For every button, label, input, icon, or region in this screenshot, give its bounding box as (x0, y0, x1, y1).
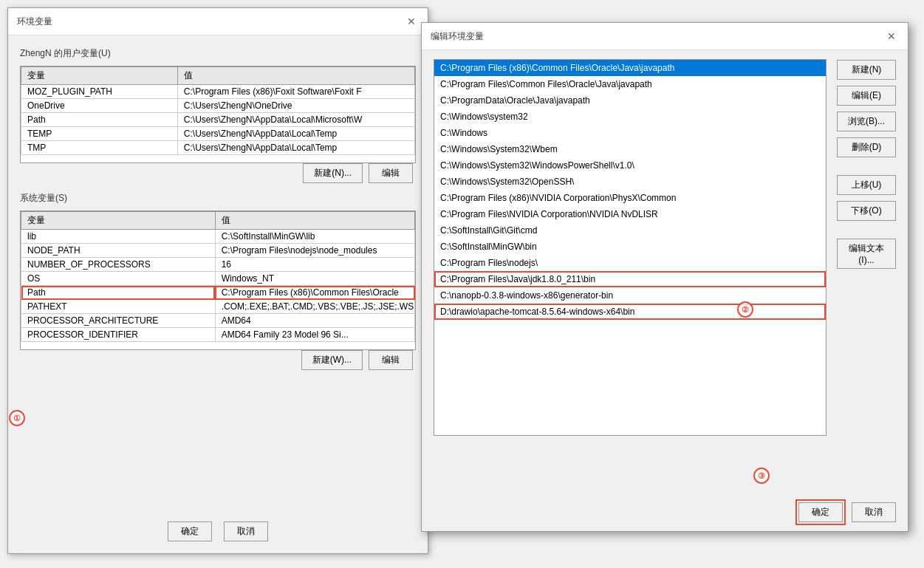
user-variables-section: ZhengN 的用户变量(U) 变量 值 MOZ_PLUGIN_PATHC:\P… (20, 47, 416, 183)
path-list-item[interactable]: C:\nanopb-0.3.8-windows-x86\generator-bi… (434, 287, 826, 304)
fg-bottom-buttons: 确定 取消 (787, 493, 908, 531)
fg-cancel-button[interactable]: 取消 (852, 502, 896, 522)
fg-dialog-title: 编辑环境变量 (431, 30, 484, 43)
bg-dialog-body: ZhengN 的用户变量(U) 变量 值 MOZ_PLUGIN_PATHC:\P… (8, 35, 428, 391)
user-table-row[interactable]: MOZ_PLUGIN_PATHC:\Program Files (x86)\Fo… (21, 85, 415, 99)
fg-edittext-button[interactable]: 编辑文本(I)... (837, 239, 896, 269)
system-btn-row: 新建(W)... 编辑 (20, 350, 416, 370)
bg-dialog-title: 环境变量 (17, 16, 52, 28)
user-table-row[interactable]: OneDriveC:\Users\ZhengN\OneDrive (21, 99, 415, 113)
fg-browse-button[interactable]: 浏览(B)... (837, 112, 896, 131)
env-variables-dialog: 环境变量 ✕ ZhengN 的用户变量(U) 变量 值 MOZ_PLUGIN_P… (7, 7, 428, 554)
sys-table-row[interactable]: NUMBER_OF_PROCESSORS16 (21, 258, 415, 272)
annotation-circle-1: ① (9, 410, 25, 426)
path-list-item[interactable]: C:\Windows\System32\WindowsPowerShell\v1… (434, 157, 826, 174)
path-list-item[interactable]: D:\drawio\apache-tomcat-8.5.64-windows-x… (434, 304, 826, 320)
user-new-button[interactable]: 新建(N)... (303, 163, 363, 183)
path-list-item[interactable]: C:\Program Files (x86)\Common Files\Orac… (434, 60, 826, 76)
sys-new-button[interactable]: 新建(W)... (301, 350, 363, 370)
sys-table-row[interactable]: PROCESSOR_IDENTIFIERAMD64 Family 23 Mode… (21, 328, 415, 342)
bg-ok-button[interactable]: 确定 (168, 521, 212, 541)
system-section-title: 系统变量(S) (20, 192, 416, 205)
bg-cancel-button[interactable]: 取消 (224, 521, 268, 541)
path-list[interactable]: C:\Program Files (x86)\Common Files\Orac… (434, 59, 827, 436)
annotation-circle-3: ③ (753, 468, 770, 484)
path-list-item[interactable]: C:\Windows\System32\Wbem (434, 141, 826, 157)
user-edit-button[interactable]: 编辑 (369, 163, 413, 183)
fg-down-button[interactable]: 下移(O) (837, 201, 896, 221)
path-list-item[interactable]: C:\Windows\System32\OpenSSH\ (434, 174, 826, 190)
user-section-title: ZhengN 的用户变量(U) (20, 47, 416, 60)
bg-dialog-titlebar: 环境变量 ✕ (8, 8, 428, 35)
user-col-val: 值 (177, 67, 414, 85)
fg-delete-button[interactable]: 删除(D) (837, 137, 896, 157)
fg-ok-button[interactable]: 确定 (798, 502, 843, 522)
fg-edit-button[interactable]: 编辑(E) (837, 86, 896, 106)
user-btn-row: 新建(N)... 编辑 (20, 163, 416, 183)
sys-table-row[interactable]: NODE_PATHC:\Program Files\nodejs\node_mo… (21, 244, 415, 258)
fg-close-button[interactable]: ✕ (884, 29, 899, 44)
path-list-item[interactable]: C:\Program Files\NVIDIA Corporation\NVID… (434, 206, 826, 222)
sys-col-val: 值 (215, 212, 414, 230)
sys-col-var: 变量 (21, 212, 216, 230)
bg-close-button[interactable]: ✕ (404, 14, 419, 29)
path-list-item[interactable]: C:\Program Files (x86)\NVIDIA Corporatio… (434, 190, 826, 206)
fg-new-button[interactable]: 新建(N) (837, 60, 896, 80)
edit-env-dialog: 编辑环境变量 ✕ 新建(N) 编辑(E) 浏览(B)... 删除(D) 上移(U… (421, 22, 908, 532)
annotation-circle-2: ② (737, 301, 753, 318)
system-variables-section: 系统变量(S) 变量 值 libC:\SoftInstall\MinGW\lib… (20, 192, 416, 370)
user-table-row[interactable]: TMPC:\Users\ZhengN\AppData\Local\Temp (21, 141, 415, 155)
sys-edit-button[interactable]: 编辑 (369, 350, 413, 370)
path-list-item[interactable]: C:\SoftInstall\Git\Git\cmd (434, 222, 826, 239)
bg-bottom-buttons: 确定 取消 (8, 521, 428, 541)
path-list-item[interactable]: C:\Windows (434, 125, 826, 141)
sys-table-row[interactable]: libC:\SoftInstall\MinGW\lib (21, 230, 415, 244)
system-table-wrapper: 变量 值 libC:\SoftInstall\MinGW\libNODE_PAT… (20, 211, 416, 350)
path-list-item[interactable]: C:\Program Files\Java\jdk1.8.0_211\bin (434, 271, 826, 287)
system-env-table: 变量 值 libC:\SoftInstall\MinGW\libNODE_PAT… (21, 211, 415, 342)
path-list-item[interactable]: C:\Program Files\nodejs\ (434, 255, 826, 271)
sys-table-row[interactable]: PROCESSOR_ARCHITECTUREAMD64 (21, 314, 415, 328)
user-table-row[interactable]: TEMPC:\Users\ZhengN\AppData\Local\Temp (21, 127, 415, 141)
fg-up-button[interactable]: 上移(U) (837, 175, 896, 195)
fg-dialog-titlebar: 编辑环境变量 ✕ (422, 23, 908, 50)
path-list-item[interactable]: C:\ProgramData\Oracle\Java\javapath (434, 92, 826, 109)
path-list-item[interactable]: C:\SoftInstall\MinGW\bin (434, 239, 826, 255)
user-col-var: 变量 (21, 67, 178, 85)
fg-side-buttons: 新建(N) 编辑(E) 浏览(B)... 删除(D) 上移(U) 下移(O) 编… (837, 60, 896, 269)
sys-table-row[interactable]: PATHEXT.COM;.EXE;.BAT;.CMD;.VBS;.VBE;.JS… (21, 300, 415, 314)
path-list-item[interactable]: C:\Program Files\Common Files\Oracle\Jav… (434, 76, 826, 92)
path-list-item[interactable]: C:\Windows\system32 (434, 109, 826, 125)
sys-table-row[interactable]: OSWindows_NT (21, 272, 415, 286)
user-table-row[interactable]: PathC:\Users\ZhengN\AppData\Local\Micros… (21, 113, 415, 127)
user-env-table: 变量 值 MOZ_PLUGIN_PATHC:\Program Files (x8… (21, 66, 415, 155)
sys-table-row[interactable]: PathC:\Program Files (x86)\Common Files\… (21, 286, 415, 300)
user-table-wrapper: 变量 值 MOZ_PLUGIN_PATHC:\Program Files (x8… (20, 66, 416, 163)
